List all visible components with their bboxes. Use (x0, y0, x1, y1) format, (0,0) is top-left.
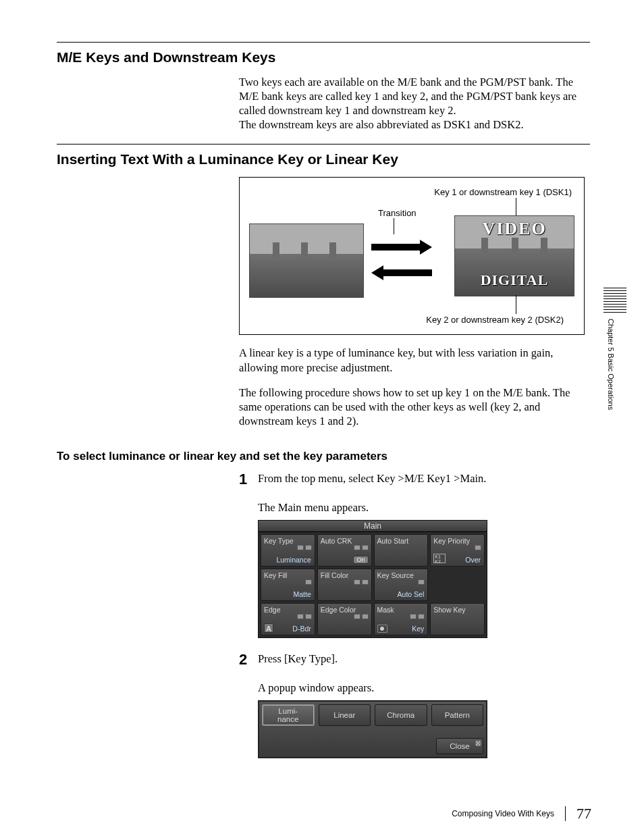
mask-button[interactable]: Mask Key (374, 603, 429, 635)
auto-start-button[interactable]: Auto Start (374, 534, 429, 567)
mask-value: Key (412, 625, 424, 633)
overlay-video-text: VIDEO (455, 219, 574, 239)
edge-button[interactable]: Edge A D-Bdr (261, 603, 315, 635)
key-priority-icon: K1K2 (433, 554, 446, 563)
key-priority-value: Over (465, 556, 481, 564)
subheading-select-luminance: To select luminance or linear key and se… (57, 450, 590, 463)
chapter-tab: Chapter 5 Basic Operations (603, 288, 626, 423)
auto-crk-label: Auto CRK (321, 537, 352, 545)
key-type-popup: Lumi- nance Linear Chroma Pattern Close … (258, 700, 487, 758)
key-priority-label: Key Priority (433, 537, 470, 545)
key-source-value: Auto Sel (398, 590, 425, 598)
close-button[interactable]: Close ⊠ (436, 738, 483, 754)
luminance-button[interactable]: Lumi- nance (262, 704, 315, 726)
key-priority-button[interactable]: Key Priority K1K2 Over (430, 534, 485, 567)
mask-label: Mask (377, 606, 394, 614)
linear-button[interactable]: Linear (319, 704, 371, 726)
edge-value: D-Bdr (292, 625, 311, 633)
arrow-left-icon (371, 265, 432, 279)
step-1-note: The Main menu appears. (258, 501, 590, 515)
key-type-label: Key Type (264, 537, 294, 545)
paragraph-me-keys-2: The downstream keys are also abbreviated… (239, 117, 590, 132)
fill-color-label: Fill Color (321, 571, 348, 579)
step-number-1: 1 (239, 471, 258, 488)
key-type-value: Luminance (276, 556, 311, 564)
pattern-button[interactable]: Pattern (431, 704, 484, 726)
chapter-tab-text: Chapter 5 Basic Operations (603, 319, 615, 420)
key-fill-label: Key Fill (264, 571, 287, 579)
edge-a-badge-icon: A (264, 623, 273, 633)
auto-crk-button[interactable]: Auto CRK On (317, 534, 372, 567)
step-number-2: 2 (239, 652, 258, 668)
step-1-text: From the top menu, select Key >M/E Key1 … (258, 471, 590, 488)
footer-divider (565, 806, 566, 821)
close-label: Close (450, 742, 469, 750)
arrow-right-icon (371, 240, 432, 253)
paragraph-linear-key: A linear key is a type of luminance key,… (239, 346, 590, 374)
mask-circle-icon (377, 625, 387, 633)
empty-cell-1 (430, 569, 485, 601)
step-2-text: Press [Key Type]. (258, 652, 590, 668)
overlay-digital-text: DIGITAL (455, 271, 574, 289)
diagram-before-image (249, 224, 364, 298)
fill-color-button[interactable]: Fill Color (317, 569, 372, 601)
auto-start-label: Auto Start (377, 537, 409, 545)
page-number: 77 (576, 805, 591, 822)
show-key-button[interactable]: Show Key (430, 603, 485, 635)
heading-inserting-text: Inserting Text With a Luminance Key or L… (57, 151, 590, 167)
key-type-button[interactable]: Key Type Luminance (261, 534, 315, 567)
diagram-label-key2: Key 2 or downstream key 2 (DSK2) (426, 315, 564, 325)
edge-label: Edge (264, 606, 281, 614)
paragraph-me-keys-1: Two keys each are available on the M/E b… (239, 75, 590, 117)
heading-me-keys: M/E Keys and Downstream Keys (57, 49, 590, 65)
key-source-button[interactable]: Key Source Auto Sel (374, 569, 429, 601)
transition-diagram: Key 1 or downstream key 1 (DSK1) Transit… (239, 177, 585, 335)
chapter-tab-hatch-icon (603, 288, 626, 315)
show-key-label: Show Key (433, 606, 465, 614)
chroma-button[interactable]: Chroma (375, 704, 427, 726)
main-menu-title: Main (259, 521, 487, 532)
page-footer: Composing Video With Keys 77 (452, 805, 591, 822)
edge-color-button[interactable]: Edge Color (317, 603, 372, 635)
key-fill-button[interactable]: Key Fill Matte (261, 569, 315, 601)
step-2-note: A popup window appears. (258, 681, 590, 695)
close-x-icon: ⊠ (475, 740, 481, 746)
paragraph-procedure-intro: The following procedure shows how to set… (239, 386, 590, 428)
footer-section-title: Composing Video With Keys (452, 809, 554, 818)
key-fill-value: Matte (293, 590, 311, 598)
diagram-label-key1: Key 1 or downstream key 1 (DSK1) (434, 187, 572, 197)
auto-crk-value: On (353, 556, 368, 564)
diagram-label-transition: Transition (378, 208, 417, 218)
main-menu-screenshot: Main Key Type Luminance Auto CRK On Auto… (258, 520, 487, 638)
edge-color-label: Edge Color (321, 606, 356, 614)
key-source-label: Key Source (377, 571, 414, 579)
diagram-after-image: VIDEO DIGITAL (454, 215, 574, 296)
